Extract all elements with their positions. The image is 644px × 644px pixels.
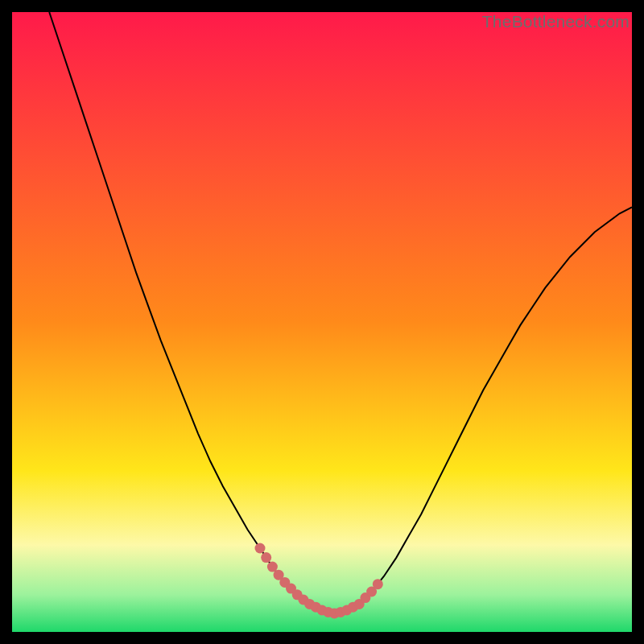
highlight-marker [255,543,266,554]
chart-frame [12,12,632,632]
gradient-background [12,12,632,632]
highlight-marker [373,579,383,589]
highlight-marker [261,552,271,563]
chart-svg [12,12,632,632]
watermark-text: TheBottleneck.com [482,12,630,31]
